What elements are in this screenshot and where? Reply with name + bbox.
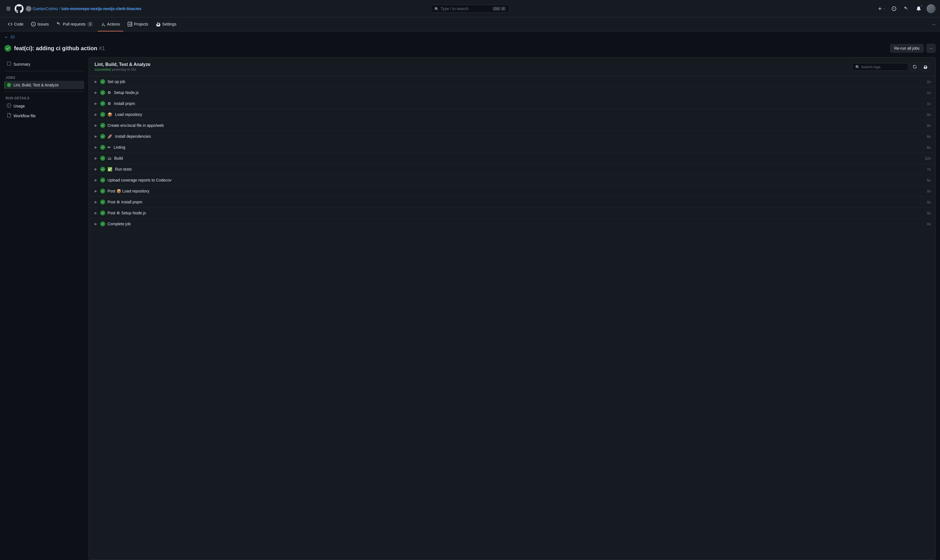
pr-icon[interactable]	[902, 4, 911, 13]
tab-projects-label: Projects	[134, 22, 148, 26]
step-status-icon	[100, 145, 105, 150]
sidebar-divider-2	[5, 91, 84, 92]
back-link[interactable]: CI	[11, 35, 15, 39]
actions-tab-icon	[101, 22, 106, 26]
step-name: Post 📦 Load repository	[108, 189, 921, 193]
step-icon: ⚙	[108, 90, 111, 95]
step-duration: 0s	[923, 222, 931, 226]
repo-nav-more[interactable]: ···	[932, 22, 935, 27]
hamburger-icon[interactable]	[5, 5, 12, 12]
step-name: Run tests	[115, 167, 921, 171]
step-name: Upload coverage reports to Codecov	[108, 178, 921, 182]
run-status-icon	[5, 45, 11, 52]
top-nav: GaetanCottrez / tuto-monorepo-nextjs-nes…	[0, 0, 940, 17]
job-status-text: succeeded	[95, 68, 111, 72]
new-button[interactable]	[877, 4, 886, 13]
chevron-icon: ▶	[94, 90, 98, 95]
tab-projects[interactable]: Projects	[124, 17, 152, 31]
step-row-upload-coverage[interactable]: ▶ Upload coverage reports to Codecov 5s	[89, 175, 935, 186]
step-duration: 0s	[923, 211, 931, 215]
chevron-icon: ▶	[94, 101, 98, 106]
rerun-button[interactable]: Re-run all jobs	[890, 44, 924, 52]
tab-pull-requests[interactable]: Pull requests 1	[53, 17, 97, 31]
chevron-icon: ▶	[94, 79, 98, 84]
step-duration: 22s	[923, 156, 931, 160]
step-row-load-repository[interactable]: ▶ 📦 Load repository 0s	[89, 109, 935, 120]
step-row-install-pnpm[interactable]: ▶ ⚙ Install pnpm 1s	[89, 98, 935, 109]
user-avatar[interactable]	[926, 4, 935, 13]
tab-issues[interactable]: Issues	[28, 17, 52, 31]
workflow-file-label: Workflow file	[14, 114, 35, 118]
sidebar-item-summary[interactable]: Summary	[5, 60, 84, 69]
chevron-icon: ▶	[94, 123, 98, 128]
workflow-file-icon	[7, 113, 11, 118]
step-status-icon	[100, 178, 105, 183]
step-row-linting[interactable]: ▶ ✏ Linting 6s	[89, 142, 935, 153]
issues-tab-icon	[31, 22, 35, 26]
step-name: Linting	[114, 145, 921, 149]
tab-settings[interactable]: Settings	[153, 17, 180, 31]
step-name: Complete job	[108, 222, 921, 226]
step-row-setup-node[interactable]: ▶ ⚙ Setup Node.js 1s	[89, 87, 935, 98]
jobs-section-label: Jobs	[5, 74, 84, 81]
chevron-icon: ▶	[94, 112, 98, 117]
page-title-row: feat(ci): adding ci github action #1 Re-…	[0, 43, 940, 57]
gear-icon	[923, 65, 928, 69]
job-status-icon: ✓	[7, 83, 11, 87]
step-row-set-up-job[interactable]: ▶ Set up job 2s	[89, 76, 935, 87]
pr-badge: 1	[87, 22, 93, 27]
sidebar-item-lint-build[interactable]: ✓ Lint, Build, Test & Analyze	[5, 81, 84, 89]
step-name: Build	[114, 156, 921, 160]
step-row-complete-job[interactable]: ▶ Complete job 0s	[89, 218, 935, 229]
step-icon: 📦	[108, 112, 112, 117]
tab-actions[interactable]: Actions	[98, 17, 123, 31]
step-list: ▶ Set up job 2s ▶ ⚙ Setup Node.js 1s	[89, 76, 935, 229]
page-title: feat(ci): adding ci github action #1	[14, 45, 887, 52]
step-status-icon	[100, 156, 105, 161]
step-name: Setup Node.js	[114, 90, 921, 95]
chevron-icon: ▶	[94, 134, 98, 138]
usage-label: Usage	[14, 104, 25, 108]
step-status-icon	[100, 211, 105, 215]
settings-logs-button[interactable]	[921, 63, 929, 71]
sidebar-item-usage[interactable]: Usage	[5, 101, 84, 111]
step-row-post-install-pnpm[interactable]: ▶ Post ⚙ Install pnpm 0s	[89, 197, 935, 208]
back-arrow[interactable]: ←	[5, 35, 8, 39]
search-icon	[434, 7, 438, 11]
refresh-logs-button[interactable]	[911, 63, 919, 71]
step-row-install-deps[interactable]: ▶ 🚀 Install dependencies 8s	[89, 131, 935, 142]
step-row-build[interactable]: ▶ 🗂 Build 22s	[89, 153, 935, 164]
pr-tab-icon	[57, 22, 61, 26]
sidebar-job-label: Lint, Build, Test & Analyze	[14, 83, 58, 87]
sidebar-item-workflow-file[interactable]: Workflow file	[5, 111, 84, 120]
user-avatar-small	[26, 6, 31, 11]
global-search[interactable]: Type / to search CtrlK	[431, 5, 509, 12]
summary-icon	[7, 62, 11, 67]
tab-code[interactable]: Code	[5, 17, 27, 31]
issues-icon[interactable]	[889, 4, 898, 13]
usage-icon	[7, 103, 11, 109]
more-actions-button[interactable]: ···	[926, 44, 935, 53]
sidebar-divider-1	[5, 71, 84, 71]
notifications-icon[interactable]	[914, 4, 923, 13]
breadcrumb-separator: /	[59, 6, 60, 11]
step-status-icon	[100, 189, 105, 194]
step-row-post-load-repository[interactable]: ▶ Post 📦 Load repository 0s	[89, 186, 935, 197]
step-icon: ✅	[108, 167, 112, 171]
breadcrumb-user[interactable]: GaetanCottrez	[32, 6, 58, 11]
github-logo	[15, 4, 23, 13]
step-row-create-env[interactable]: ▶ Create env.local file in apps/web 0s	[89, 120, 935, 131]
step-row-run-tests[interactable]: ▶ ✅ Run tests 7s	[89, 164, 935, 175]
step-duration: 1s	[923, 91, 931, 95]
step-duration: 0s	[923, 189, 931, 193]
search-placeholder: Type / to search	[440, 6, 491, 11]
chevron-icon: ▶	[94, 178, 98, 182]
step-duration: 7s	[923, 167, 931, 171]
search-logs-input[interactable]: Search logs	[852, 63, 908, 71]
step-status-icon	[100, 112, 105, 117]
breadcrumb-repo[interactable]: tuto-monorepo-nextjs-nestjs-clerk-tinacm…	[62, 6, 142, 11]
chevron-icon: ▶	[94, 211, 98, 215]
step-name: Load repository	[115, 112, 921, 117]
breadcrumb: GaetanCottrez / tuto-monorepo-nextjs-nes…	[26, 6, 142, 11]
step-row-post-setup-node[interactable]: ▶ Post ⚙ Setup Node.js 0s	[89, 208, 935, 218]
